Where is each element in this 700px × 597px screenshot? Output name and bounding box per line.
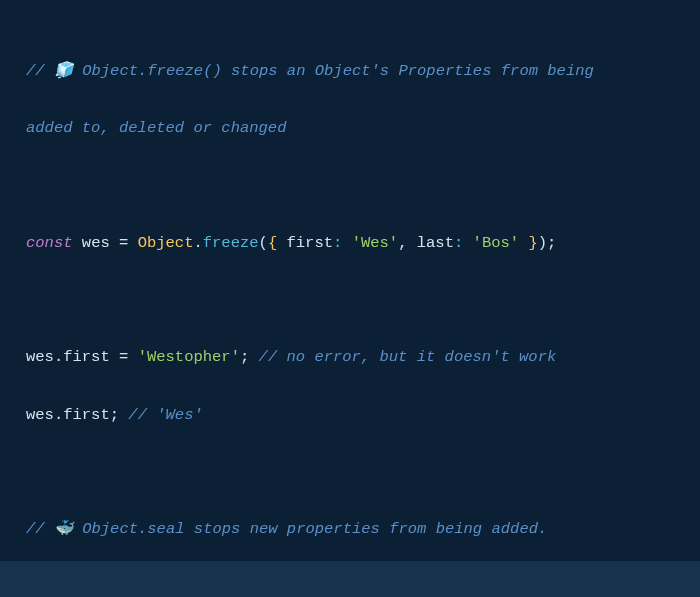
comment-no-error: // no error, but it doesn't work (259, 348, 557, 366)
blank-line (26, 458, 674, 487)
comment-line: // 🐳 Object.seal stops new properties fr… (26, 515, 674, 544)
blank-line (26, 171, 674, 200)
comment-freeze-desc-2: added to, deleted or changed (26, 119, 286, 137)
comment-wes-value: // 'Wes' (128, 406, 202, 424)
identifier-wes: wes (82, 234, 110, 252)
method-freeze: freeze (203, 234, 259, 252)
code-snippet: // 🧊 Object.freeze() stops an Object's P… (26, 28, 674, 597)
comment-line: added to, deleted or changed (26, 114, 674, 143)
code-line: const wes = Object.freeze({ first: 'Wes'… (26, 229, 674, 258)
blank-line (26, 286, 674, 315)
keyword-const: const (26, 234, 73, 252)
code-line: wes.first; // 'Wes' (26, 401, 674, 430)
code-line: wes.first = 'Westopher'; // no error, bu… (26, 343, 674, 372)
footer-bar (0, 561, 700, 597)
object-global: Object (138, 234, 194, 252)
comment-freeze-desc-1: // 🧊 Object.freeze() stops an Object's P… (26, 62, 594, 80)
comment-seal-desc-1: // 🐳 Object.seal stops new properties fr… (26, 520, 547, 538)
comment-line: // 🧊 Object.freeze() stops an Object's P… (26, 57, 674, 86)
